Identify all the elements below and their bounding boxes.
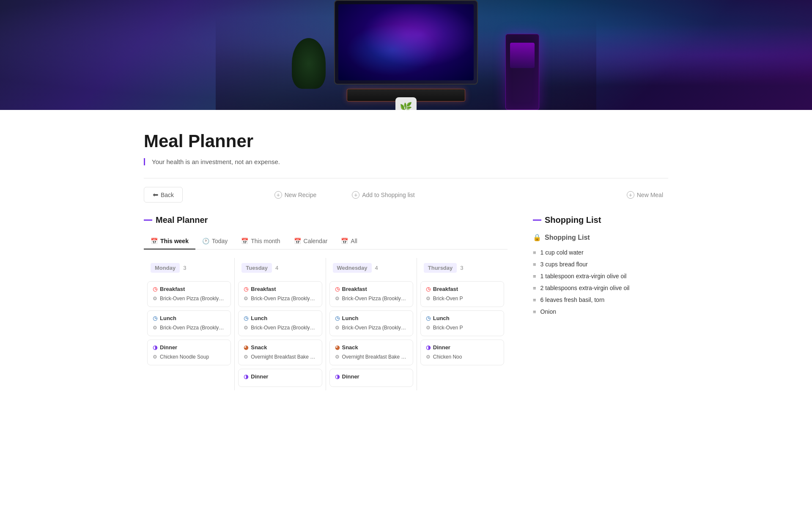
shopping-items-list: ≡1 cup cold water≡3 cups bread flour≡1 t… xyxy=(533,247,668,318)
toolbar-right: + New Meal xyxy=(506,188,668,202)
meal-type-label: Dinner xyxy=(433,344,450,351)
day-column-tuesday: Tuesday4◷Breakfast⚙Brick-Oven Pizza (Bro… xyxy=(235,258,326,390)
shopping-item-text: 2 tablespoons extra-virgin olive oil xyxy=(540,285,630,291)
list-icon: ≡ xyxy=(533,309,536,315)
meal-type-label: Dinner xyxy=(342,373,359,380)
day-count-wednesday: 4 xyxy=(375,265,378,271)
recipe-icon: ⚙ xyxy=(335,354,340,360)
day-name-monday: Monday xyxy=(151,263,180,273)
shopping-list-item[interactable]: ≡3 cups bread flour xyxy=(533,258,668,270)
meal-item: ⚙Overnight Breakfast Bake with Ham, Che xyxy=(335,353,408,361)
meal-type-label: Dinner xyxy=(160,344,177,351)
snack-icon: ◕ xyxy=(244,344,248,351)
meal-item-text: Chicken Noodle Soup xyxy=(160,354,209,360)
tab-all[interactable]: 📅 All xyxy=(334,233,364,249)
meal-planner-title: Meal Planner xyxy=(144,215,508,225)
meal-card[interactable]: ◑Dinner xyxy=(329,369,413,387)
meal-type-label: Lunch xyxy=(160,315,176,321)
recipe-icon: ⚙ xyxy=(335,325,340,331)
meal-type-label: Breakfast xyxy=(433,286,458,292)
meal-card[interactable]: ◷Lunch⚙Brick-Oven Pizza (Brooklyn Style) xyxy=(238,310,322,336)
tab-today[interactable]: 🕐 Today xyxy=(195,233,234,249)
back-button[interactable]: ⬅ Back xyxy=(144,187,183,203)
shopping-item-text: Onion xyxy=(540,308,556,315)
meal-card[interactable]: ◑Dinner⚙Chicken Noodle Soup xyxy=(147,340,231,365)
meal-item: ⚙Brick-Oven Pizza (Brooklyn Style) xyxy=(153,324,225,332)
recipe-icon: ⚙ xyxy=(153,354,157,360)
shopping-item-text: 1 tablespoon extra-virgin olive oil xyxy=(540,273,627,280)
meal-item-text: Brick-Oven Pizza (Brooklyn Style) xyxy=(342,325,408,331)
snack-icon: ◕ xyxy=(335,344,340,351)
add-shopping-list-button[interactable]: + Add to Shopping list xyxy=(347,188,420,202)
day-count-tuesday: 4 xyxy=(275,265,278,271)
meal-item: ⚙Brick-Oven Pizza (Brooklyn Style) xyxy=(335,324,408,332)
meal-item-text: Overnight Breakfast Bake with Ham, Che xyxy=(251,354,316,360)
tab-calendar[interactable]: 📅 Calendar xyxy=(287,233,335,249)
recipe-icon: ⚙ xyxy=(426,325,431,331)
meal-item-text: Brick-Oven P xyxy=(433,325,463,331)
meal-card[interactable]: ◷Lunch⚙Brick-Oven Pizza (Brooklyn Style) xyxy=(147,310,231,336)
shopping-list-item[interactable]: ≡1 cup cold water xyxy=(533,247,668,258)
meal-item-text: Brick-Oven Pizza (Brooklyn Style) xyxy=(160,296,225,301)
meal-card[interactable]: ◷Lunch⚙Brick-Oven Pizza (Brooklyn Style) xyxy=(329,310,413,336)
meal-card[interactable]: ◕Snack⚙Overnight Breakfast Bake with Ham… xyxy=(329,340,413,365)
lunch-icon: ◷ xyxy=(335,315,340,321)
day-column-wednesday: Wednesday4◷Breakfast⚙Brick-Oven Pizza (B… xyxy=(326,258,417,390)
lock-icon: 🔒 xyxy=(533,233,541,241)
plus-icon: + xyxy=(274,191,282,199)
shopping-list-item[interactable]: ≡1 tablespoon extra-virgin olive oil xyxy=(533,270,668,282)
meal-card[interactable]: ◷Breakfast⚙Brick-Oven Pizza (Brooklyn St… xyxy=(238,281,322,307)
recipe-icon: ⚙ xyxy=(244,354,248,360)
lunch-icon: ◷ xyxy=(244,315,248,321)
meal-card[interactable]: ◕Snack⚙Overnight Breakfast Bake with Ham… xyxy=(238,340,322,365)
list-icon: ≡ xyxy=(533,261,536,268)
meal-item: ⚙Chicken Noo xyxy=(426,353,499,361)
breakfast-icon: ◷ xyxy=(244,286,248,292)
meal-item-text: Overnight Breakfast Bake with Ham, Che xyxy=(342,354,408,360)
lunch-icon: ◷ xyxy=(153,315,157,321)
meal-type-label: Snack xyxy=(251,344,267,351)
shopping-list-item[interactable]: ≡6 leaves fresh basil, torn xyxy=(533,294,668,306)
day-name-wednesday: Wednesday xyxy=(333,263,372,273)
meal-card[interactable]: ◑Dinner⚙Chicken Noo xyxy=(420,340,504,365)
meal-item-text: Brick-Oven Pizza (Brooklyn Style) xyxy=(160,325,225,331)
shopping-item-text: 3 cups bread flour xyxy=(540,261,588,268)
list-icon: ≡ xyxy=(533,297,536,303)
list-icon: ≡ xyxy=(533,249,536,256)
meal-type-label: Lunch xyxy=(251,315,267,321)
calendar-icon: 📅 xyxy=(151,238,158,244)
meal-card[interactable]: ◷Breakfast⚙Brick-Oven Pizza (Brooklyn St… xyxy=(147,281,231,307)
breakfast-icon: ◷ xyxy=(153,286,157,292)
lunch-icon: ◷ xyxy=(426,315,431,321)
meal-card[interactable]: ◷Breakfast⚙Brick-Oven Pizza (Brooklyn St… xyxy=(329,281,413,307)
shopping-list-item[interactable]: ≡Onion xyxy=(533,306,668,318)
day-name-thursday: Thursday xyxy=(424,263,457,273)
dinner-icon: ◑ xyxy=(153,344,157,351)
meal-card[interactable]: ◷Breakfast⚙Brick-Oven P xyxy=(420,281,504,307)
meal-card[interactable]: ◷Lunch⚙Brick-Oven P xyxy=(420,310,504,336)
new-meal-button[interactable]: + New Meal xyxy=(622,188,668,202)
day-column-monday: Monday3◷Breakfast⚙Brick-Oven Pizza (Broo… xyxy=(144,258,235,390)
shopping-item-text: 1 cup cold water xyxy=(540,249,584,256)
calendar-grid: Monday3◷Breakfast⚙Brick-Oven Pizza (Broo… xyxy=(144,258,508,390)
meal-item: ⚙Brick-Oven P xyxy=(426,295,499,302)
meal-item-text: Brick-Oven P xyxy=(433,296,463,301)
breakfast-icon: ◷ xyxy=(426,286,431,292)
tab-this-month[interactable]: 📅 This month xyxy=(234,233,287,249)
new-recipe-button[interactable]: + New Recipe xyxy=(269,188,321,202)
meal-item-text: Brick-Oven Pizza (Brooklyn Style) xyxy=(251,296,316,301)
list-icon: ≡ xyxy=(533,285,536,291)
meal-type-label: Breakfast xyxy=(160,286,185,292)
meal-planner-tabs: 📅 This week 🕐 Today 📅 This month 📅 Calen… xyxy=(144,233,508,249)
shopping-list-item[interactable]: ≡2 tablespoons extra-virgin olive oil xyxy=(533,282,668,294)
day-name-tuesday: Tuesday xyxy=(241,263,272,273)
meal-item: ⚙Brick-Oven P xyxy=(426,324,499,332)
meal-type-label: Breakfast xyxy=(342,286,367,292)
tab-this-week[interactable]: 📅 This week xyxy=(144,233,195,249)
meal-card[interactable]: ◑Dinner xyxy=(238,369,322,387)
breakfast-icon: ◷ xyxy=(335,286,340,292)
page-icon: 🌿 xyxy=(395,97,417,110)
shopping-list-title: Shopping List xyxy=(533,215,668,225)
meal-item: ⚙Overnight Breakfast Bake with Ham, Che xyxy=(244,353,316,361)
list-icon: ≡ xyxy=(533,273,536,280)
